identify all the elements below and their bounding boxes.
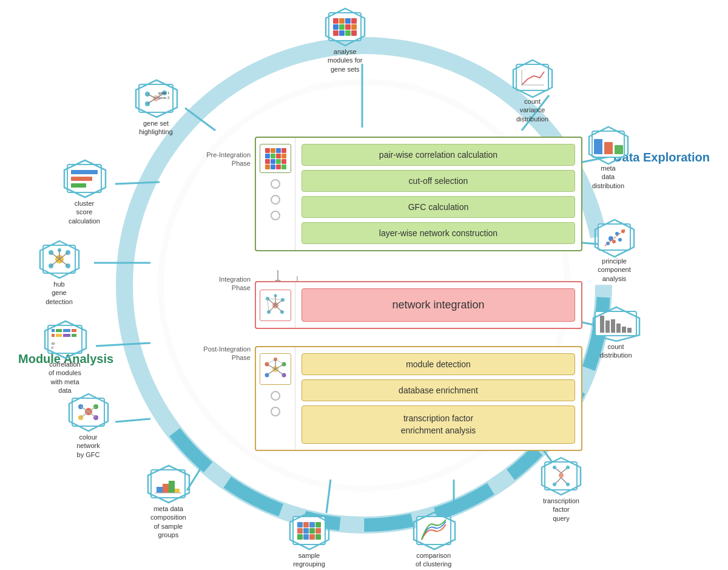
svg-line-15 [115,419,150,422]
post-step-1: module detection [302,353,575,375]
hex-analyse-modules-label: analysemodules forgene sets [328,47,362,73]
hex-gene-set[interactable]: gene 1 gene 2 gene sethighlighting [138,84,174,137]
svg-line-113 [268,299,269,312]
post-integration-phase-label: Post-IntegrationPhase [202,345,251,362]
svg-marker-45 [290,512,329,549]
hex-correlation-modules[interactable]: M F correlationof moduleswith metadata [47,325,83,395]
hex-count-dist[interactable]: countdistribution [595,311,637,360]
svg-marker-23 [513,60,552,97]
hex-count-variance[interactable]: countvariancedistribution [516,64,549,123]
pre-step-3: GFC calculation [302,196,575,218]
hex-count-dist-label: countdistribution [599,342,632,360]
svg-marker-33 [593,307,639,341]
svg-marker-98 [136,80,177,117]
hex-cluster-score-label: clusterscorecalculation [69,199,100,225]
hex-clustering-compare[interactable]: comparisonof clusteringalgorithms [416,516,451,570]
pre-step-2: cut-off selection [302,170,575,192]
hex-correlation-modules-label: correlationof moduleswith metadata [49,360,81,395]
hex-tf-query[interactable]: transcriptionfactorquery [543,461,579,523]
hex-count-variance-label: countvariancedistribution [516,97,548,123]
hex-meta-data-comp-label: meta datacompositionof samplegroups [150,504,186,539]
integration-phase-label: IntegrationPhase [202,275,251,293]
hex-clustering-compare-label: comparisonof clusteringalgorithms [416,551,451,570]
pre-step-4: layer-wise network construction [302,222,575,244]
hex-colour-network[interactable]: colournetworkby GFC [72,398,105,459]
hex-sample-regrouping[interactable]: sampleregrouping [292,516,326,569]
hex-meta-data-comp[interactable]: meta datacompositionof samplegroups [150,469,186,539]
post-step-3: transcription factorenrichment analysis [302,405,575,444]
svg-line-125 [267,359,275,364]
hex-tf-query-label: transcriptionfactorquery [543,497,579,523]
main-container: Data Exploration Module Analysis [0,0,728,570]
hex-hub-gene[interactable]: hubgenedetection [42,245,76,306]
hex-meta-data-dist[interactable]: metadatadistribution [592,131,625,190]
hex-sample-regrouping-label: sampleregrouping [293,551,325,569]
hex-analyse-modules[interactable]: analysemodules forgene sets [328,12,362,73]
svg-marker-20 [326,8,365,46]
svg-line-109 [269,305,275,312]
pre-step-1: pair-wise correlation calculation [302,144,575,166]
svg-marker-88 [64,160,106,197]
svg-marker-51 [148,466,189,503]
integration-step: network integration [302,288,575,322]
svg-marker-61 [69,394,108,431]
svg-line-122 [267,369,275,375]
svg-line-110 [275,305,282,312]
hex-colour-network-label: colournetworkby GFC [76,433,100,459]
svg-marker-84 [40,241,79,278]
hex-cluster-score[interactable]: clusterscorecalculation [67,164,102,225]
hex-hub-gene-label: hubgenedetection [46,280,73,306]
svg-line-123 [275,369,284,375]
svg-marker-44 [414,512,455,549]
post-integration-block: module detection database enrichment tra… [255,346,582,451]
hex-gene-set-label: gene sethighlighting [139,119,173,137]
hex-pca-label: principlecomponentanalysis [598,257,630,283]
svg-marker-43 [542,458,581,495]
pre-integration-phase-label: Pre-IntegrationPhase [202,151,251,168]
svg-line-107 [268,299,275,305]
svg-marker-32 [595,220,634,257]
integration-block: network integration [255,281,582,329]
hex-pca[interactable]: principlecomponentanalysis [598,223,631,283]
svg-marker-72 [45,321,86,358]
pre-integration-block: pair-wise correlation calculation cut-of… [255,137,582,251]
hex-meta-data-dist-label: metadatadistribution [592,164,624,190]
post-step-2: database enrichment [302,379,575,401]
svg-line-126 [275,359,284,364]
svg-marker-24 [589,127,628,164]
